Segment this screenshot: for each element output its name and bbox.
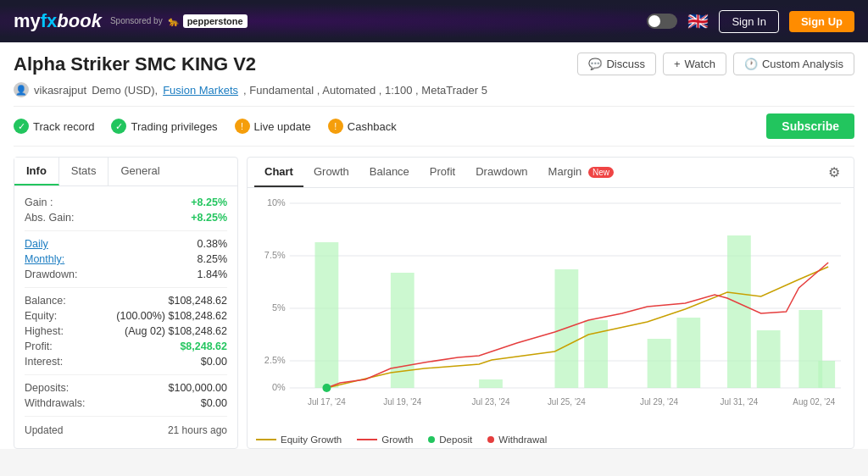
chart-legend: Equity Growth Growth Deposit Withdrawal xyxy=(248,429,854,448)
chart-tab-profit[interactable]: Profit xyxy=(420,158,465,187)
left-tabs: Info Stats General xyxy=(14,158,237,186)
new-badge: New xyxy=(588,167,614,178)
equity-label: Equity: xyxy=(25,310,57,322)
svg-rect-14 xyxy=(584,320,608,388)
chart-svg: 10% 7.5% 5% 2.5% 0% xyxy=(256,195,845,407)
info-row-highest: Highest: (Aug 02) $108,248.62 xyxy=(25,324,227,339)
content-area: Info Stats General Gain : +8.25% Abs. Ga… xyxy=(14,157,854,449)
profit-value: $8,248.62 xyxy=(180,340,227,352)
updated-row: Updated 21 hours ago xyxy=(25,422,227,439)
info-row-gain: Gain : +8.25% xyxy=(25,195,227,210)
legend-deposit: Deposit xyxy=(428,434,472,445)
daily-link[interactable]: Daily xyxy=(25,238,48,250)
signup-button[interactable]: Sign Up xyxy=(789,11,854,32)
custom-analysis-icon: 🕐 xyxy=(744,58,758,70)
tab-stats[interactable]: Stats xyxy=(59,158,109,185)
balance-label: Balance: xyxy=(25,295,66,307)
abs-gain-value: +8.25% xyxy=(191,212,227,224)
signin-button[interactable]: Sign In xyxy=(719,10,778,33)
daily-value: 0.38% xyxy=(198,238,227,250)
account-details: Demo (USD), xyxy=(92,84,158,97)
chart-tab-chart[interactable]: Chart xyxy=(254,158,303,187)
deposits-label: Deposits: xyxy=(25,382,69,394)
svg-rect-13 xyxy=(554,269,578,388)
equity-value: (100.00%) $108,248.62 xyxy=(116,310,227,322)
chart-tab-balance[interactable]: Balance xyxy=(359,158,420,187)
svg-rect-16 xyxy=(676,318,700,388)
deposit-label: Deposit xyxy=(439,434,472,445)
trading-privileges-icon: ✓ xyxy=(111,119,126,134)
legend-withdrawal: Withdrawal xyxy=(487,434,547,445)
chart-settings-icon[interactable]: ⚙ xyxy=(821,158,847,187)
drawdown-value: 1.84% xyxy=(198,268,227,280)
info-row-balance: Balance: $108,248.62 xyxy=(25,293,227,308)
watch-label: Watch xyxy=(685,58,715,70)
info-row-interest: Interest: $0.00 xyxy=(25,354,227,369)
live-update-label: Live update xyxy=(254,120,311,133)
svg-text:0%: 0% xyxy=(272,382,286,392)
account-broker-link[interactable]: Fusion Markets xyxy=(163,84,238,97)
monthly-value: 8.25% xyxy=(198,253,227,265)
legend-growth: Growth xyxy=(357,434,413,445)
highest-value: (Aug 02) $108,248.62 xyxy=(125,325,227,337)
equity-growth-label: Equity Growth xyxy=(281,434,342,445)
svg-text:2.5%: 2.5% xyxy=(264,355,286,365)
info-row-monthly: Monthly: 8.25% xyxy=(25,252,227,267)
svg-text:10%: 10% xyxy=(267,197,286,208)
svg-text:Jul 17, '24: Jul 17, '24 xyxy=(308,397,346,407)
svg-rect-12 xyxy=(479,379,503,388)
sponsored-label: Sponsored by xyxy=(110,16,163,26)
logo[interactable]: myfxbook xyxy=(14,10,102,32)
live-update-badge: ! Live update xyxy=(235,119,311,134)
account-username: vikasrajput xyxy=(34,84,86,97)
withdrawal-label: Withdrawal xyxy=(498,434,547,445)
watch-button[interactable]: + Watch xyxy=(663,53,726,75)
sponsored-section: Sponsored by 🐆 pepperstone xyxy=(110,14,248,28)
theme-toggle[interactable] xyxy=(647,14,677,29)
discuss-button[interactable]: 💬 Discuss xyxy=(577,53,656,75)
daily-label: Daily xyxy=(25,238,48,250)
svg-text:Jul 29, '24: Jul 29, '24 xyxy=(640,397,678,407)
svg-text:5%: 5% xyxy=(272,302,286,313)
page-title: Alpha Striker SMC KING V2 xyxy=(14,53,256,75)
track-record-badge: ✓ Track record xyxy=(14,119,94,134)
equity-growth-line-icon xyxy=(256,439,276,440)
chart-tab-drawdown[interactable]: Drawdown xyxy=(465,158,537,187)
info-row-daily: Daily 0.38% xyxy=(25,236,227,252)
subscribe-button[interactable]: Subscribe xyxy=(766,113,854,139)
right-panel: Chart Growth Balance Profit Drawdown Mar… xyxy=(247,157,854,449)
growth-label: Growth xyxy=(381,434,413,445)
monthly-link[interactable]: Monthly: xyxy=(25,253,64,265)
trading-privileges-label: Trading privileges xyxy=(131,120,217,133)
updated-label: Updated xyxy=(25,424,63,436)
info-row-withdrawals: Withdrawals: $0.00 xyxy=(25,396,227,411)
tab-info[interactable]: Info xyxy=(14,158,59,185)
svg-rect-20 xyxy=(818,361,835,388)
info-row-drawdown: Drawdown: 1.84% xyxy=(25,267,227,282)
track-record-icon: ✓ xyxy=(14,119,29,134)
header-actions: 🇬🇧 Sign In Sign Up xyxy=(647,10,854,33)
trading-privileges-badge: ✓ Trading privileges xyxy=(111,119,217,134)
chart-tab-growth[interactable]: Growth xyxy=(303,158,359,187)
profit-label: Profit: xyxy=(25,340,53,352)
discuss-label: Discuss xyxy=(606,58,645,70)
custom-analysis-button[interactable]: 🕐 Custom Analysis xyxy=(733,53,854,75)
left-panel: Info Stats General Gain : +8.25% Abs. Ga… xyxy=(14,157,238,449)
chart-tab-margin[interactable]: Margin New xyxy=(538,158,624,187)
info-table: Gain : +8.25% Abs. Gain: +8.25% Daily 0.… xyxy=(14,186,237,447)
deposits-value: $100,000.00 xyxy=(168,382,227,394)
withdrawals-label: Withdrawals: xyxy=(25,397,86,409)
legend-equity-growth: Equity Growth xyxy=(256,434,342,445)
tab-general[interactable]: General xyxy=(108,158,171,185)
svg-text:7.5%: 7.5% xyxy=(264,250,286,260)
logo-text: myfxbook xyxy=(14,10,102,32)
svg-text:Aug 02, '24: Aug 02, '24 xyxy=(793,397,835,407)
live-update-icon: ! xyxy=(235,119,250,134)
flag-icon[interactable]: 🇬🇧 xyxy=(687,11,709,31)
monthly-label: Monthly: xyxy=(25,253,64,265)
updated-value: 21 hours ago xyxy=(168,424,227,436)
drawdown-label: Drawdown: xyxy=(25,268,78,280)
svg-text:Jul 19, '24: Jul 19, '24 xyxy=(383,397,421,407)
info-row-abs-gain: Abs. Gain: +8.25% xyxy=(25,210,227,225)
svg-rect-15 xyxy=(648,339,671,388)
